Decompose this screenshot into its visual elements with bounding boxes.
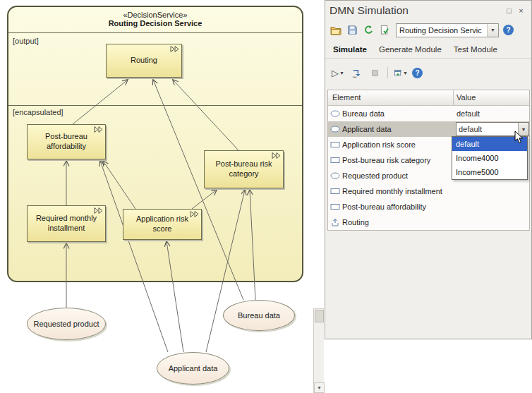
panel-title-bar: DMN Simulation □ × [325, 1, 531, 20]
table-row-routing[interactable]: Routing [328, 214, 529, 230]
toolbar-separator [387, 67, 388, 78]
decision-required-monthly-installment[interactable]: Required monthly installment [27, 205, 106, 242]
simulate-toolbar: ▷▼ ▼ ? [325, 59, 531, 87]
row-element-label: Requested product [342, 171, 454, 180]
restore-icon[interactable]: □ [503, 6, 515, 15]
display-options-button[interactable]: ▼ [394, 66, 408, 80]
input-data-icon [328, 110, 342, 117]
dmn-simulation-panel: DMN Simulation □ × Routing Decision Serv… [325, 0, 532, 339]
decision-service-title: «DecisionService» Routing Decision Servi… [8, 11, 302, 28]
output-compartment-label: [output] [13, 37, 39, 45]
screen: «DecisionService» Routing Decision Servi… [0, 0, 532, 393]
open-folder-icon[interactable] [329, 23, 343, 37]
run-simulation-button[interactable]: ▷▼ [331, 66, 345, 80]
service-name: Routing Decision Service [8, 19, 302, 28]
combobox-value: Routing Decision Servic [397, 26, 487, 35]
dropdown-option-income4000[interactable]: Income4000 [452, 151, 527, 165]
step-over-icon[interactable] [349, 66, 363, 80]
node-label: Bureau data [238, 311, 280, 320]
mouse-cursor [514, 131, 524, 144]
node-label: Post-bureau risk category [208, 159, 279, 179]
input-data-icon [328, 126, 342, 133]
panel-tabs: Simulate Generate Module Test Module [325, 40, 531, 59]
column-header-value: Value [454, 90, 529, 105]
decision-glyph-icon [190, 211, 199, 217]
input-data-bureau-data[interactable]: Bureau data [223, 300, 295, 331]
encapsulated-compartment-label: [encapsulated] [13, 108, 64, 116]
diagram-vertical-scrollbar[interactable]: ▼ [313, 308, 324, 393]
row-element-label: Application risk score [342, 140, 454, 149]
decision-routing[interactable]: Routing [106, 44, 182, 78]
compartment-divider [8, 105, 302, 106]
decision-application-risk-score[interactable]: Application risk score [123, 209, 202, 240]
decision-post-bureau-risk-category[interactable]: Post-bureau risk category [204, 150, 284, 188]
panel-toolbar: Routing Decision Servic ▼ ? [325, 20, 531, 40]
node-label: Required monthly installment [31, 214, 102, 234]
chevron-down-icon[interactable]: ▼ [487, 24, 498, 37]
table-row-required-monthly-installment[interactable]: Required monthly installment [328, 183, 529, 199]
panel-title: DMN Simulation [330, 4, 503, 17]
dropdown-option-income5000[interactable]: Income5000 [452, 165, 527, 179]
scrollbar-thumb[interactable] [315, 310, 324, 322]
node-label: Post-bureau affordability [31, 132, 102, 152]
tab-test-module[interactable]: Test Module [454, 45, 497, 54]
row-element-label: Post-bureau risk category [342, 156, 454, 164]
input-data-requested-product[interactable]: Requested product [27, 308, 106, 340]
decision-glyph-icon [170, 46, 179, 52]
row-element-label: Bureau data [342, 109, 454, 118]
refresh-icon[interactable] [361, 23, 375, 37]
scroll-down-button[interactable]: ▼ [314, 382, 325, 393]
row-value[interactable]: default [454, 109, 529, 118]
table-row-bureau-data[interactable]: Bureau datadefault [328, 106, 529, 121]
decision-service-combobox[interactable]: Routing Decision Servic ▼ [396, 23, 499, 37]
decision-glyph-icon [272, 152, 281, 159]
node-label: Routing [131, 56, 157, 66]
compartment-divider [8, 32, 302, 33]
table-row-post-bureau-affordability[interactable]: Post-bureau affordability [328, 199, 529, 214]
save-icon[interactable] [345, 23, 359, 37]
node-label: Requested product [34, 320, 99, 328]
node-label: Applicant data [169, 364, 218, 373]
routing-output-icon [328, 218, 342, 226]
help-icon[interactable]: ? [412, 68, 423, 78]
decision-icon [328, 203, 342, 210]
row-element-label: Required monthly installment [342, 187, 454, 195]
decision-icon [328, 157, 342, 164]
validate-icon[interactable] [377, 23, 392, 37]
row-element-label: Applicant data [342, 125, 453, 133]
close-icon[interactable]: × [515, 6, 527, 15]
stop-simulation-icon[interactable] [368, 66, 382, 80]
decision-post-bureau-affordability[interactable]: Post-bureau affordability [27, 124, 106, 159]
table-header: Element Value [328, 90, 529, 106]
help-icon[interactable]: ? [503, 25, 514, 35]
tab-generate-module[interactable]: Generate Module [379, 45, 442, 54]
decision-icon [328, 188, 342, 195]
row-element-label: Post-bureau affordability [342, 202, 454, 211]
table-row-applicant-data[interactable]: Applicant datadefault▼ [328, 121, 529, 137]
tab-simulate[interactable]: Simulate [333, 45, 367, 54]
value-combobox-text: default [457, 125, 518, 133]
service-stereotype: «DecisionService» [8, 11, 302, 19]
row-element-label: Routing [342, 218, 454, 226]
node-label: Application risk score [127, 214, 198, 234]
decision-icon [328, 141, 342, 148]
input-data-icon [328, 172, 342, 179]
column-header-element: Element [328, 90, 454, 105]
input-data-applicant-data[interactable]: Applicant data [157, 352, 229, 385]
decision-glyph-icon [94, 207, 103, 214]
decision-glyph-icon [94, 126, 103, 133]
